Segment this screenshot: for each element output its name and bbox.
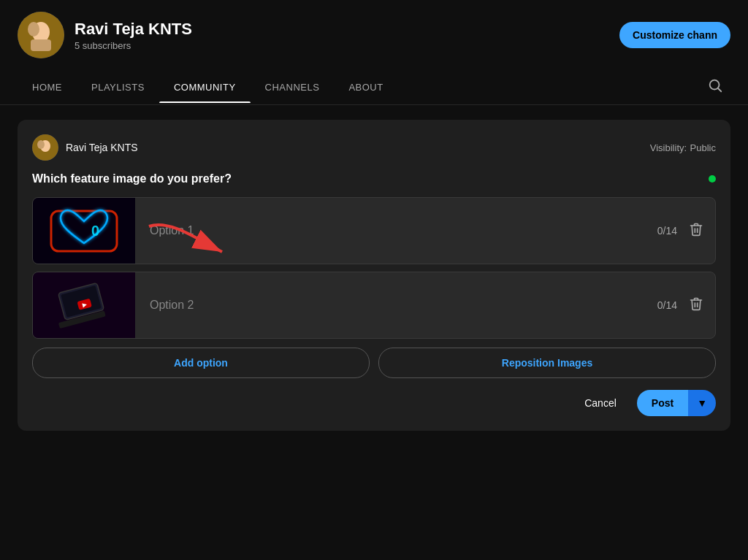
nav-item-about[interactable]: ABOUT (334, 72, 397, 103)
visibility-value: Public (690, 142, 716, 153)
poll-option-2[interactable]: Option 2 0/14 (32, 272, 716, 339)
option2-text[interactable]: Option 2 (135, 299, 657, 312)
post-button-group: Post ▼ (637, 390, 716, 416)
post-author-avatar (32, 134, 58, 161)
post-author-name: Ravi Teja KNTS (66, 142, 138, 153)
option1-image: 0 (33, 198, 135, 264)
poll-question-text: Which feature image do you prefer? (32, 172, 232, 185)
visibility-label: Visibility: (650, 142, 687, 153)
post-card: Ravi Teja KNTS Visibility: Public Which … (18, 120, 730, 431)
svg-point-5 (710, 80, 720, 90)
visibility-container: Visibility: Public (650, 141, 716, 154)
nav-item-playlists[interactable]: PLAYLISTS (77, 72, 159, 103)
post-author: Ravi Teja KNTS (32, 134, 138, 161)
svg-point-9 (37, 140, 45, 149)
poll-options-container: 0 Option 1 (32, 197, 716, 339)
svg-line-6 (718, 88, 721, 91)
nav-item-channels[interactable]: CHANNELS (251, 72, 335, 103)
bottom-buttons: Add option Reposition Images (32, 348, 716, 378)
option2-image (33, 272, 135, 338)
poll-option-1[interactable]: 0 Option 1 (32, 197, 716, 264)
svg-point-2 (28, 22, 39, 37)
svg-rect-4 (31, 39, 51, 51)
channel-nav: HOME PLAYLISTS COMMUNITY CHANNELS ABOUT (0, 70, 748, 105)
post-button[interactable]: Post (637, 390, 688, 416)
cancel-button[interactable]: Cancel (573, 391, 628, 415)
svg-rect-11 (33, 198, 135, 264)
add-option-button[interactable]: Add option (32, 348, 370, 378)
nav-item-community[interactable]: COMMUNITY (159, 72, 251, 103)
svg-text:0: 0 (91, 223, 99, 239)
post-dropdown-button[interactable]: ▼ (688, 390, 716, 416)
reposition-images-button[interactable]: Reposition Images (378, 348, 716, 378)
main-content: Ravi Teja KNTS Visibility: Public Which … (0, 105, 748, 445)
option1-text[interactable]: Option 1 (135, 224, 657, 237)
poll-question: Which feature image do you prefer? (32, 172, 716, 185)
subscriber-count: 5 subscribers (75, 40, 192, 51)
option1-delete-icon[interactable] (689, 222, 703, 240)
nav-item-home[interactable]: HOME (18, 72, 77, 103)
channel-avatar (18, 12, 64, 58)
option2-delete-icon[interactable] (689, 296, 703, 315)
option2-count: 0/14 (657, 299, 677, 311)
post-footer: Cancel Post ▼ (32, 390, 716, 416)
option1-count: 0/14 (657, 225, 677, 237)
post-header: Ravi Teja KNTS Visibility: Public (32, 134, 716, 161)
search-icon[interactable] (700, 70, 730, 104)
customize-channel-button[interactable]: Customize chann (619, 22, 730, 48)
channel-header: Ravi Teja KNTS 5 subscribers Customize c… (0, 0, 748, 70)
channel-info: Ravi Teja KNTS 5 subscribers (75, 20, 192, 51)
live-indicator (709, 175, 716, 183)
channel-name: Ravi Teja KNTS (75, 20, 192, 39)
